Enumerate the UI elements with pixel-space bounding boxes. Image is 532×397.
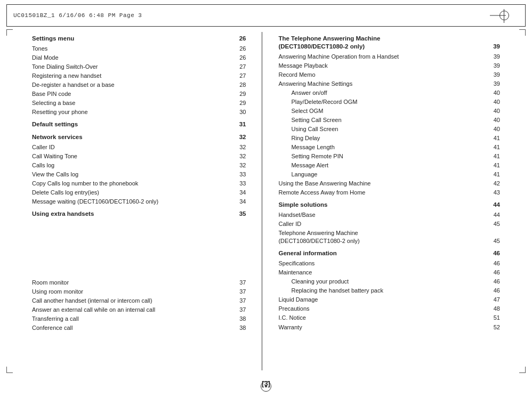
toc-item-language: Language 41 (278, 170, 500, 179)
toc-label: Precautions (278, 304, 489, 313)
toc-page: 46 (489, 268, 500, 277)
corner-br (519, 367, 526, 373)
toc-item-using-call-screen: Using Call Screen 40 (278, 125, 500, 134)
toc-page: 29 (235, 90, 246, 99)
toc-page: 27 (235, 62, 246, 71)
toc-label: Copy Calls log number to the phonebook (32, 179, 235, 188)
toc-page: 33 (235, 170, 246, 179)
toc-item-message-length: Message Length 41 (278, 143, 500, 152)
column-divider (262, 32, 262, 370)
general-info-section: General information 46 Specifications 46… (278, 249, 500, 331)
toc-label: Specifications (278, 259, 489, 268)
toc-label: General information (278, 249, 489, 258)
toc-label: Delete Calls log entry(ies) (32, 188, 235, 197)
toc-page: 40 (489, 98, 500, 107)
toc-item-transfer-call: Transferring a call 38 (32, 314, 246, 323)
toc-page: 41 (489, 170, 500, 179)
toc-label: (DECT1080/DECT1080-2 only) (278, 237, 489, 246)
toc-page: 39 (489, 42, 500, 52)
toc-label: Room monitor (32, 278, 235, 287)
toc-page: 35 (235, 209, 246, 219)
toc-item-registering: Registering a new handset 27 (32, 71, 246, 80)
toc-item-resetting-phone: Resetting your phone 30 (32, 108, 246, 117)
toc-item-calls-log: Calls log 32 (32, 161, 246, 170)
toc-label: Answer an external call while on an inte… (32, 305, 235, 314)
toc-item-ring-delay: Ring Delay 41 (278, 134, 500, 143)
toc-label: Tones (32, 44, 235, 53)
toc-item-replacing-battery: Replacing the handset battery pack 46 (278, 286, 500, 295)
toc-label: Select OGM (291, 107, 489, 116)
toc-page: 43 (489, 188, 500, 197)
toc-page: 32 (235, 161, 246, 170)
bottom-circle (261, 381, 271, 392)
corner-tr (519, 29, 526, 36)
toc-header-default-settings: Default settings 31 (32, 120, 246, 129)
toc-page: 40 (489, 88, 500, 98)
toc-header-network-services: Network services 32 (32, 133, 246, 142)
toc-item-room-monitor: Room monitor 37 (32, 278, 246, 287)
toc-label: Language (291, 170, 489, 179)
toc-page: 39 (489, 52, 500, 61)
toc-page: 29 (235, 99, 246, 108)
toc-page: 26 (235, 34, 246, 44)
toc-item-setting-remote-pin: Setting Remote PIN 41 (278, 152, 500, 161)
toc-label: Caller ID (32, 143, 235, 152)
toc-label: Tone Dialing Switch-Over (32, 62, 235, 71)
toc-page: 32 (235, 143, 246, 152)
toc-label: Settings menu (32, 34, 235, 44)
toc-page: 32 (235, 152, 246, 161)
toc-page: 46 (489, 286, 500, 295)
toc-page: 46 (489, 259, 500, 268)
toc-item-selecting-base: Selecting a base 29 (32, 99, 246, 108)
toc-page: 45 (489, 237, 500, 246)
header-bar: UC01501BZ_1 6/16/06 6:48 PM Page 3 (6, 4, 526, 27)
toc-label: Base PIN code (32, 90, 235, 99)
toc-header-answering-machine-2: (DECT1080/DECT1080-2 only) 39 (278, 42, 500, 52)
toc-page: 34 (235, 188, 246, 197)
toc-label: Message Length (291, 143, 489, 152)
toc-page: 41 (489, 143, 500, 152)
toc-page: 34 (235, 197, 246, 206)
toc-item-dial-mode: Dial Mode 26 (32, 53, 246, 62)
toc-label: Transferring a call (32, 314, 235, 323)
toc-label: Ring Delay (291, 134, 489, 143)
toc-page: 39 (489, 79, 500, 88)
toc-item-liquid-damage: Liquid Damage 47 (278, 295, 500, 304)
toc-label: Calls log (32, 161, 235, 170)
toc-item-using-base-answering: Using the Base Answering Machine 42 (278, 179, 500, 188)
toc-label: Handset/Base (278, 210, 489, 220)
toc-page: 37 (235, 305, 246, 314)
toc-label: Setting Call Screen (291, 116, 489, 125)
toc-label: Selecting a base (32, 99, 235, 108)
toc-item-caller-id-r: Caller ID 45 (278, 220, 500, 229)
toc-item-deregister: De-register a handset or a base 28 (32, 80, 246, 90)
header-text: UC01501BZ_1 6/16/06 6:48 PM Page 3 (13, 12, 142, 19)
toc-label: Resetting your phone (32, 108, 235, 117)
toc-label: De-register a handset or a base (32, 80, 235, 90)
toc-label: Answer on/off (291, 88, 489, 98)
toc-label: Using the Base Answering Machine (278, 179, 489, 188)
toc-header-general-info: General information 46 (278, 249, 500, 258)
toc-page: 37 (235, 278, 246, 287)
toc-label: Caller ID (278, 220, 489, 229)
toc-item-remote-access: Remote Access Away from Home 43 (278, 188, 500, 197)
toc-page: 41 (489, 134, 500, 143)
toc-page: 46 (489, 249, 500, 258)
toc-page: 41 (489, 152, 500, 161)
toc-label: Answering Machine Operation from a Hands… (278, 52, 489, 61)
toc-item-base-pin: Base PIN code 29 (32, 90, 246, 99)
toc-item-copy-calls: Copy Calls log number to the phonebook 3… (32, 179, 246, 188)
toc-page: 26 (235, 44, 246, 53)
toc-item-setting-call-screen: Setting Call Screen 40 (278, 116, 500, 125)
toc-label: Dial Mode (32, 53, 235, 62)
toc-page: 41 (489, 161, 500, 170)
toc-page: 39 (489, 70, 500, 79)
toc-page: 37 (235, 296, 246, 305)
toc-item-am-settings: Answering Machine Settings 39 (278, 79, 500, 88)
toc-page: 26 (235, 53, 246, 62)
toc-item-message-waiting: Message waiting (DECT1060/DECT1060-2 onl… (32, 197, 246, 206)
toc-item-warranty: Warranty 52 (278, 323, 500, 332)
network-services-section: Network services 32 Caller ID 32 Call Wa… (32, 133, 246, 206)
toc-label: Message Playback (278, 61, 489, 70)
toc-item-handset-base: Handset/Base 44 (278, 210, 500, 220)
